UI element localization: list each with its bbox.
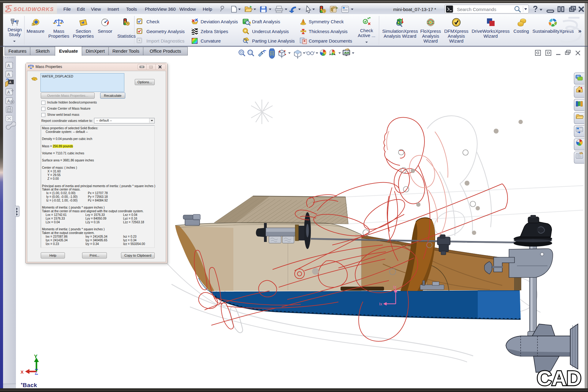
svg-text:*Back: *Back bbox=[21, 382, 37, 388]
svg-text:Iz: Iz bbox=[393, 285, 396, 289]
svg-text:Ix: Ix bbox=[379, 302, 383, 306]
svg-text:CAD: CAD bbox=[537, 367, 581, 390]
svg-text:X: X bbox=[21, 369, 24, 375]
svg-text:A: A bbox=[7, 90, 10, 95]
svg-text:A: A bbox=[9, 81, 11, 84]
svg-text:Z: Z bbox=[35, 371, 37, 375]
svg-text:A: A bbox=[7, 63, 10, 68]
svg-text:A: A bbox=[7, 72, 10, 77]
svg-text:A: A bbox=[7, 99, 10, 104]
svg-text:Y: Y bbox=[34, 354, 38, 360]
